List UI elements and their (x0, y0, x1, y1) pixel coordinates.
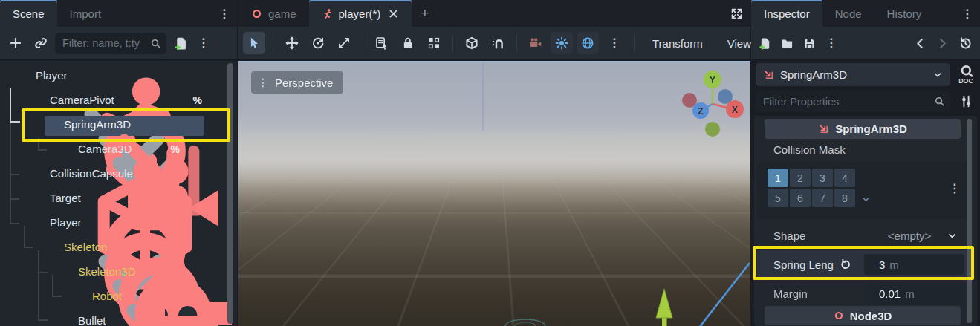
open-documentation-icon[interactable] (956, 62, 976, 86)
mask-extra-options-icon[interactable]: ⋮ (949, 183, 961, 195)
instance-scene-button[interactable] (30, 32, 52, 54)
toggle-preview-environment-button[interactable] (577, 32, 599, 54)
chevron-down-icon[interactable] (947, 230, 958, 241)
chevron-down-icon[interactable] (48, 267, 59, 278)
attach-script-button[interactable] (169, 32, 192, 54)
sun-environment-menu-icon[interactable]: ⋮ (603, 37, 626, 49)
chevron-down-icon[interactable] (861, 195, 871, 204)
tree-row-target[interactable]: Target (0, 187, 237, 212)
inspector-filter-input[interactable] (756, 91, 950, 112)
inspector-dock-menu-icon[interactable]: ⋮ (955, 0, 980, 27)
transform-menu[interactable]: Transform (642, 37, 713, 50)
scene-toolbar-menu-icon[interactable]: ⋮ (195, 37, 212, 49)
new-scene-tab-button[interactable]: + (412, 0, 438, 27)
inspector-scrollbar[interactable] (967, 119, 972, 323)
tree-row-springarm3d[interactable]: SpringArm3D (0, 114, 237, 138)
add-node-button[interactable] (4, 32, 27, 54)
tree-row-collisioncapsule[interactable]: CollisionCapsule (0, 163, 237, 187)
visibility-eye-icon[interactable] (212, 291, 224, 304)
chevron-down-icon[interactable] (20, 96, 31, 107)
collision-mask-bit-5[interactable]: 5 (768, 189, 788, 207)
collision-mask-bit-4[interactable]: 4 (834, 169, 855, 187)
viewport-3d[interactable]: Y X Z ⋮ Perspective (238, 61, 750, 326)
expand-viewport-button[interactable] (730, 0, 743, 27)
ruler-mode-button[interactable] (461, 32, 483, 54)
list-select-button[interactable] (371, 32, 393, 54)
unique-name-percent-badge[interactable]: % (171, 143, 180, 156)
history-forward-icon[interactable] (936, 37, 949, 50)
property-row-shape[interactable]: Shape <empty> (757, 224, 961, 247)
tree-row-robot[interactable]: Robot (0, 285, 237, 310)
visibility-eye-icon[interactable] (212, 95, 224, 108)
visibility-eye-icon[interactable] (212, 242, 224, 255)
property-row-spring-length[interactable]: Spring Leng 3 m (757, 252, 961, 276)
select-tool-button[interactable] (243, 32, 265, 54)
chevron-down-icon[interactable] (34, 120, 45, 131)
view-orientation-gizmo[interactable]: Y X Z (682, 71, 744, 137)
tab-history[interactable]: History (874, 0, 935, 27)
tree-row-player2[interactable]: Player (0, 212, 237, 236)
visibility-eye-icon[interactable] (212, 144, 224, 157)
visibility-eye-icon[interactable] (212, 267, 224, 279)
scene-dock-menu-icon[interactable]: ⋮ (212, 0, 237, 27)
chevron-down-icon[interactable] (6, 71, 17, 82)
visibility-eye-icon[interactable] (212, 71, 224, 83)
property-tools-icon[interactable] (959, 94, 973, 108)
chevron-down-icon[interactable] (34, 243, 45, 254)
unique-name-percent-badge[interactable]: % (193, 94, 202, 107)
rotate-tool-button[interactable] (307, 32, 329, 54)
close-tab-icon[interactable] (388, 8, 399, 19)
visibility-eye-icon[interactable] (212, 316, 224, 326)
tree-row-bullet[interactable]: Bullet (0, 310, 237, 326)
new-resource-icon[interactable] (759, 37, 771, 50)
camera-preview-button[interactable] (525, 32, 547, 54)
tab-game[interactable]: game (238, 0, 309, 27)
tree-row-camerapivot[interactable]: CameraPivot % (0, 89, 237, 114)
visibility-eye-icon[interactable] (212, 193, 224, 206)
tab-player[interactable]: player(*) (309, 0, 412, 27)
collision-mask-bit-3[interactable]: 3 (812, 169, 833, 187)
load-resource-folder-icon[interactable] (781, 37, 794, 50)
margin-value-field[interactable]: 0.01 m (864, 283, 964, 304)
shape-property-value[interactable]: <empty> (869, 229, 950, 242)
tree-row-camera3d[interactable]: Camera3D % (0, 138, 237, 163)
scene-tree-scrollbar[interactable] (227, 63, 233, 324)
collision-mask-bit-1[interactable]: 1 (768, 169, 788, 187)
projection-menu-button[interactable]: ⋮ Perspective (251, 71, 343, 94)
class-section-header-node3d[interactable]: Node3D (765, 306, 961, 325)
property-row-margin[interactable]: Margin 0.01 m (757, 281, 961, 305)
tab-scene[interactable]: Scene (0, 0, 57, 27)
collision-mask-bit-8[interactable]: 8 (834, 189, 855, 207)
tab-inspector[interactable]: Inspector (751, 0, 822, 27)
collision-mask-bit-7[interactable]: 7 (812, 189, 833, 207)
tab-import[interactable]: Import (57, 0, 114, 27)
lock-node-button[interactable] (397, 32, 419, 54)
tree-row-player-root[interactable]: Player (0, 65, 237, 89)
chevron-down-icon[interactable] (20, 218, 31, 229)
class-section-header-springarm3d[interactable]: SpringArm3D (765, 119, 961, 139)
tab-node[interactable]: Node (822, 0, 874, 27)
tree-row-skeleton3d[interactable]: Skeleton3D (0, 261, 237, 285)
move-gizmo-y-arrow[interactable] (656, 289, 672, 326)
resource-menu-icon[interactable]: ⋮ (825, 37, 837, 49)
move-tool-button[interactable] (281, 32, 303, 54)
visibility-eye-icon[interactable] (212, 218, 224, 230)
history-back-icon[interactable] (914, 37, 927, 50)
revert-property-icon[interactable] (840, 258, 851, 270)
scale-tool-button[interactable] (333, 32, 355, 54)
collision-mask-bit-6[interactable]: 6 (790, 189, 811, 207)
collision-mask-bit-2[interactable]: 2 (790, 169, 811, 187)
tree-row-skeleton[interactable]: Skeleton (0, 236, 237, 261)
save-resource-icon[interactable] (803, 37, 816, 50)
edit-history-icon[interactable] (958, 36, 973, 50)
edited-node-selector[interactable]: SpringArm3D (756, 63, 950, 86)
script-icon[interactable] (189, 144, 202, 157)
script-icon[interactable] (189, 71, 202, 83)
toggle-preview-sun-button[interactable] (551, 32, 573, 54)
gizmo-neg-y[interactable] (705, 122, 720, 137)
visibility-eye-icon[interactable] (212, 120, 224, 132)
animation-player-icon[interactable] (189, 218, 202, 230)
snap-toggle-button[interactable] (487, 32, 509, 54)
visibility-eye-icon[interactable] (212, 169, 224, 181)
group-node-button[interactable] (423, 32, 445, 54)
